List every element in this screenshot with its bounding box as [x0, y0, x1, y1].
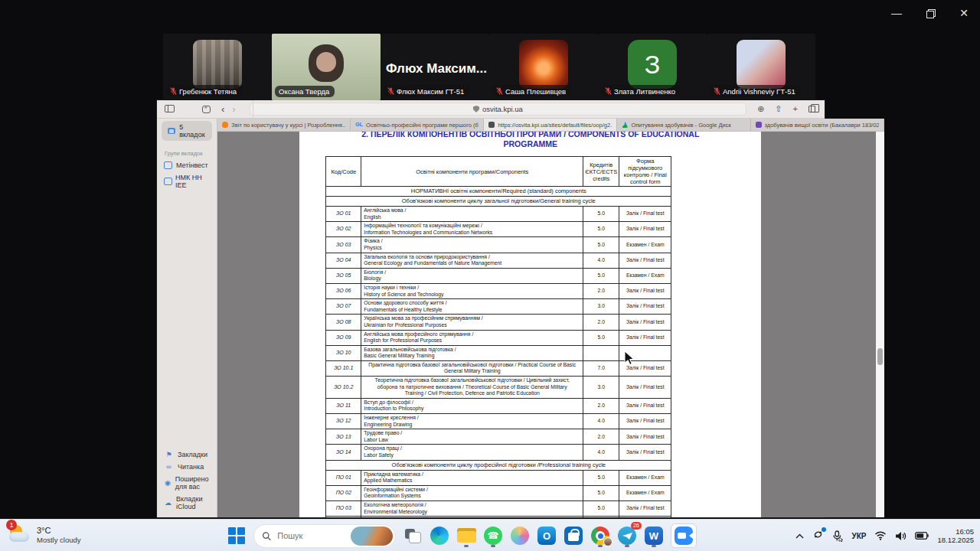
cell-form: Залік / Final test — [619, 284, 671, 299]
edge-app[interactable] — [430, 524, 449, 547]
participant-tile[interactable]: Andrii Vishneviy ГТ-51 — [707, 34, 815, 100]
cell-form: Екзамен / Exam — [619, 517, 671, 517]
tab-favicon — [622, 122, 628, 128]
task-view-button[interactable] — [403, 524, 423, 547]
cell-code: ЗО 13 — [326, 429, 361, 445]
site-settings-icon[interactable] — [473, 106, 479, 112]
whatsapp-app[interactable]: ☎ — [483, 524, 503, 547]
sidebar-bottom-item[interactable]: ∞ Читанка — [157, 461, 217, 473]
sidebar-bottom-item[interactable]: ☁ Вкладки iCloud — [157, 493, 217, 513]
cell-form: Залік / Final test — [619, 207, 671, 222]
telegram-app[interactable]: 26 — [617, 524, 637, 547]
update-sync-icon[interactable] — [812, 529, 824, 543]
word-app[interactable]: W — [644, 524, 664, 547]
copilot-app[interactable] — [510, 524, 530, 547]
cell-credits: 3.0 — [583, 299, 619, 315]
scrollbar-track[interactable] — [876, 132, 884, 517]
scrollbar-thumb[interactable] — [877, 348, 883, 365]
header-name: Освітні компоненти програми/Components — [361, 157, 583, 187]
sidebar-item-tabs-count[interactable]: 5 вкладок — [162, 121, 212, 141]
cell-name: Основи здорового способу життя / Fundame… — [361, 299, 583, 315]
tab-overview-icon[interactable] — [808, 106, 815, 112]
cell-form: Залік / Final test — [619, 315, 671, 330]
battery-icon[interactable] — [915, 532, 929, 540]
table-row: ЗО 06 Історія науки і техніки / History … — [326, 284, 671, 299]
weather-condition: Mostly cloudy — [37, 536, 81, 544]
tray-chevron-icon[interactable] — [795, 533, 804, 539]
participant-tile[interactable]: З Злата Литвиненко — [598, 34, 707, 100]
browser-sidebar: 5 вкладок Групи вкладок Метінвест НМК НН… — [157, 119, 217, 517]
minimize-button[interactable]: — — [890, 6, 903, 20]
document-title: 2. ПЕРЕЛІК КОМПОНЕНТІВ ОСВІТНЬОЇ ПРОГРАМ… — [299, 132, 761, 149]
search-daily-image[interactable] — [351, 527, 393, 546]
language-indicator[interactable]: УКР — [851, 532, 866, 540]
weather-icon: 1 — [8, 523, 32, 547]
cell-credits: 2.0 — [583, 315, 619, 330]
weather-widget[interactable]: 1 3°C Mostly cloudy — [8, 523, 81, 547]
start-button[interactable] — [227, 524, 247, 547]
back-button[interactable]: ‹ — [221, 103, 224, 115]
sidebar-bottom-item[interactable]: ◉ Поширено для вас — [157, 473, 217, 493]
browser-tab[interactable]: здобувачів вищої освіти (Бакалаври 183/0… — [751, 119, 884, 131]
cell-form: Екзамен / Exam — [619, 486, 671, 501]
sidebar-toggle-button[interactable] — [165, 105, 175, 114]
cell-code: ЗО 09 — [326, 331, 361, 346]
address-bar[interactable]: osvita.kpi.ua — [250, 103, 746, 116]
word-icon: W — [645, 527, 663, 545]
sidebar-item-icon: ◉ — [165, 480, 171, 487]
zoom-icon — [675, 527, 693, 545]
tab-group-icon — [165, 162, 172, 168]
new-tab-group-icon[interactable] — [202, 106, 211, 113]
browser-tab[interactable]: https://osvita.kpi.ua/sites/default/file… — [484, 119, 617, 131]
search-input[interactable] — [276, 530, 346, 541]
chrome-app[interactable] — [590, 524, 610, 547]
cell-form: Залік / Final test — [619, 253, 671, 269]
participant-name-label: Саша Плешивцев — [492, 85, 571, 97]
forward-button[interactable]: › — [232, 103, 235, 115]
cell-credits: 5.0 — [583, 207, 619, 222]
sidebar-bottom-item[interactable]: ⚑ Закладки — [157, 448, 217, 461]
header-code: Код/Code — [326, 157, 361, 187]
outlook-icon: O — [537, 527, 556, 545]
microphone-tray-icon[interactable] — [832, 530, 843, 542]
sidebar-tab-group[interactable]: Метінвест — [157, 159, 217, 171]
window-icon — [168, 128, 175, 134]
new-tab-icon[interactable]: + — [793, 105, 798, 113]
outlook-app[interactable]: O — [537, 524, 557, 547]
ms-store-app[interactable] — [564, 524, 583, 547]
restore-button[interactable] — [923, 6, 937, 20]
table-row: ЗО 11 Вступ до філософії / Introduction … — [326, 399, 671, 414]
file-explorer-app[interactable] — [456, 524, 476, 547]
downloads-icon[interactable]: ⊕ — [757, 105, 764, 113]
participant-tile[interactable]: Флюх Максим... Флюх Максим ГТ-51 — [381, 34, 489, 100]
participant-tile[interactable]: Оксана Тверда — [272, 34, 381, 100]
table-row: ЗО 09 Англійська мова професійного спрям… — [326, 331, 671, 346]
taskbar-search[interactable] — [253, 524, 396, 548]
taskbar-apps: ☎ O 26 W — [227, 523, 697, 549]
wifi-icon[interactable] — [874, 531, 887, 540]
close-button[interactable]: ✕ — [957, 6, 971, 20]
participant-name-label: Флюх Максим ГТ-51 — [384, 85, 469, 97]
participant-tile[interactable]: Гребенюк Тетяна — [163, 34, 272, 100]
taskbar-clock[interactable]: 16:05 18.12.2025 — [937, 527, 974, 545]
volume-icon[interactable] — [895, 531, 906, 541]
participant-avatar — [193, 40, 242, 89]
cell-form: Залік / Final test — [619, 222, 671, 237]
taskbar: 1 3°C Mostly cloudy ☎ O 26 W УКР — [0, 519, 980, 551]
zoom-app-active[interactable] — [671, 523, 697, 548]
share-icon[interactable]: ⇧ — [775, 105, 782, 113]
cell-credits: 5.0 — [583, 269, 619, 284]
mic-muted-icon — [496, 86, 503, 96]
browser-tab[interactable]: Опитування здобувачів - Google Диск — [617, 119, 750, 131]
search-icon — [262, 531, 271, 541]
participant-tile[interactable]: Саша Плешивцев — [489, 34, 598, 100]
browser-tab[interactable]: GL Освітньо-професійні програми першого … — [351, 119, 484, 131]
edge-icon — [430, 527, 449, 545]
notification-dot — [822, 527, 826, 532]
cell-credits — [583, 346, 619, 361]
browser-tab[interactable]: Звіт по користувачу у курсі | Розробленн… — [217, 119, 351, 131]
sidebar-tab-group[interactable]: НМК НН ІЕЕ — [157, 171, 217, 191]
running-indicator — [625, 545, 629, 547]
participant-name-label: Оксана Тверда — [275, 86, 335, 97]
sidebar-item-icon: ∞ — [165, 464, 173, 471]
